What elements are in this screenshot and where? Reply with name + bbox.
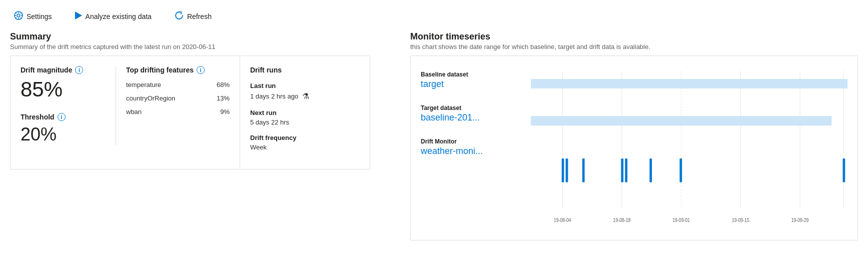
drift-frequency-label: Drift frequency <box>250 134 360 142</box>
svg-rect-17 <box>531 79 847 88</box>
svg-rect-22 <box>621 158 623 182</box>
features-list: temperature 68% countryOrRegion 13% wban… <box>126 78 230 118</box>
drift-runs-title: Drift runs <box>250 66 360 74</box>
flask-icon: ⚗ <box>302 92 309 101</box>
feature-pct: 68% <box>217 81 230 88</box>
svg-text:19-09-29: 19-09-29 <box>791 217 809 223</box>
monitor-subtitle: this chart shows the date range for whic… <box>410 43 858 50</box>
svg-text:19-08-18: 19-08-18 <box>613 217 631 223</box>
drift-magnitude-label: Drift magnitude i <box>21 66 101 74</box>
monitor-labels: Baseline dataset target Target dataset b… <box>421 66 531 230</box>
refresh-label: Refresh <box>187 12 212 20</box>
baseline-dataset-label: Baseline dataset <box>421 71 531 78</box>
summary-title: Summary <box>10 32 400 42</box>
drift-monitor-label: Drift Monitor <box>421 138 531 145</box>
list-item: countryOrRegion 13% <box>126 92 230 105</box>
monitor-chart-area: 19-08-04 19-08-18 19-09-01 19-09-15 19-0… <box>531 66 847 230</box>
metrics-inner: Drift magnitude i 85% Threshold i 20% <box>21 66 230 145</box>
target-dataset-label: Target dataset <box>421 104 531 112</box>
svg-text:19-08-04: 19-08-04 <box>554 217 571 223</box>
svg-marker-10 <box>75 12 82 20</box>
next-run-value: 5 days 22 hrs <box>250 118 360 126</box>
metrics-card: Drift magnitude i 85% Threshold i 20% <box>10 56 240 170</box>
drift-monitor-group: Drift Monitor weather-moni... <box>421 138 531 156</box>
summary-section: Summary Summary of the drift metrics cap… <box>10 32 400 240</box>
svg-rect-21 <box>582 158 585 182</box>
feature-pct: 9% <box>220 108 230 116</box>
settings-label: Settings <box>27 12 52 20</box>
svg-rect-20 <box>566 158 568 182</box>
svg-rect-23 <box>625 158 627 182</box>
drift-frequency-value: Week <box>250 144 360 151</box>
drift-monitor-value[interactable]: weather-moni... <box>421 146 531 156</box>
monitor-chart-svg: 19-08-04 19-08-18 19-09-01 19-09-15 19-0… <box>531 71 847 230</box>
top-features-label: Top drifting features i <box>126 66 230 74</box>
cards-row: Drift magnitude i 85% Threshold i 20% <box>10 56 400 170</box>
svg-rect-18 <box>531 116 831 126</box>
drift-magnitude-value: 85% <box>21 78 101 101</box>
drift-runs-card: Drift runs Last run 1 days 2 hrs ago ⚗ N… <box>240 56 370 170</box>
target-dataset-group: Target dataset baseline-201... <box>421 104 531 123</box>
svg-text:19-09-01: 19-09-01 <box>672 217 690 223</box>
monitor-timeseries-section: Monitor timeseries this chart shows the … <box>410 32 858 240</box>
next-run-label: Next run <box>250 109 360 116</box>
threshold-info-icon[interactable]: i <box>58 113 66 121</box>
last-run-label: Last run <box>250 82 360 90</box>
settings-button[interactable]: Settings <box>10 9 56 24</box>
analyze-label: Analyze existing data <box>86 12 152 20</box>
svg-rect-26 <box>843 158 845 182</box>
analyze-button[interactable]: Analyze existing data <box>71 10 156 23</box>
feature-name: wban <box>126 108 142 116</box>
baseline-dataset-group: Baseline dataset target <box>421 71 531 90</box>
settings-icon <box>14 11 23 22</box>
svg-rect-25 <box>680 158 682 182</box>
feature-name: temperature <box>126 81 161 88</box>
refresh-icon <box>175 11 184 22</box>
play-icon <box>75 12 82 21</box>
drift-magnitude-section: Drift magnitude i 85% Threshold i 20% <box>21 66 101 145</box>
feature-pct: 13% <box>217 94 230 102</box>
svg-text:19-09-15: 19-09-15 <box>732 217 749 223</box>
svg-point-1 <box>17 14 20 17</box>
monitor-card: Baseline dataset target Target dataset b… <box>410 56 858 240</box>
list-item: wban 9% <box>126 105 230 118</box>
top-features-info-icon[interactable]: i <box>197 66 205 74</box>
svg-rect-24 <box>649 158 652 182</box>
drift-magnitude-info-icon[interactable]: i <box>75 66 83 74</box>
threshold-value: 20% <box>21 124 101 145</box>
threshold-label: Threshold i <box>21 113 101 121</box>
last-run-value: 1 days 2 hrs ago ⚗ <box>250 92 360 101</box>
main-content: Summary Summary of the drift metrics cap… <box>10 32 858 240</box>
top-features-section: Top drifting features i temperature 68% … <box>116 66 230 145</box>
target-dataset-value[interactable]: baseline-201... <box>421 112 531 123</box>
refresh-button[interactable]: Refresh <box>171 9 216 24</box>
toolbar: Settings Analyze existing data Refresh <box>10 5 858 32</box>
summary-subtitle: Summary of the drift metrics captured wi… <box>10 43 400 50</box>
monitor-content: Baseline dataset target Target dataset b… <box>421 66 847 230</box>
feature-name: countryOrRegion <box>126 94 175 102</box>
list-item: temperature 68% <box>126 78 230 92</box>
svg-rect-19 <box>562 158 564 182</box>
monitor-title: Monitor timeseries <box>410 32 858 42</box>
baseline-dataset-value[interactable]: target <box>421 79 531 90</box>
